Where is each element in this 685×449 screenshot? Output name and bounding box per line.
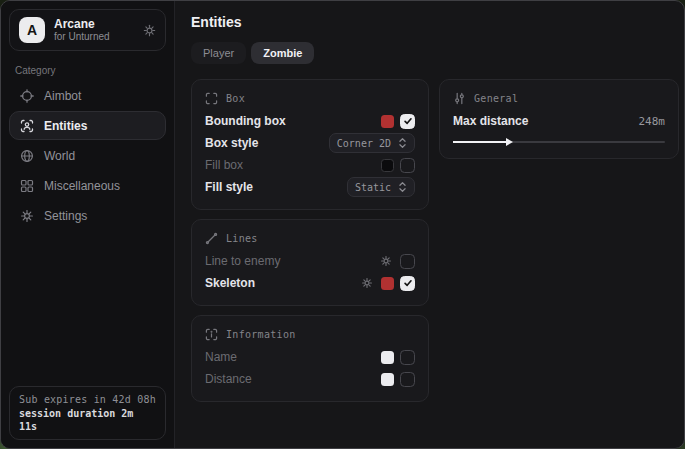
row-settings-gear-icon[interactable] [361, 277, 373, 289]
brand-text: Arcane for Unturned [54, 17, 110, 43]
information-card: Information Name Distance [191, 315, 429, 402]
subscription-status-card: Sub expires in 42d 08h session duration … [9, 386, 166, 440]
distance-checkbox[interactable] [400, 372, 415, 387]
sidebar-item-label: Settings [44, 209, 87, 223]
sidebar-item-label: Entities [44, 119, 87, 133]
sidebar-item-settings[interactable]: Settings [9, 201, 166, 230]
bounding-box-checkbox[interactable] [400, 114, 415, 129]
sidebar-item-miscellaneous[interactable]: Miscellaneous [9, 171, 166, 200]
name-checkbox[interactable] [400, 350, 415, 365]
app-logo: A [19, 17, 45, 43]
scan-brackets-icon [205, 92, 218, 105]
card-title: Lines [226, 233, 258, 244]
sidebar-nav: Aimbot Entities [9, 81, 166, 230]
main-panel: Entities Player Zombie [175, 1, 685, 448]
color-swatch[interactable] [381, 159, 394, 172]
page-title: Entities [191, 14, 679, 30]
sliders-icon [453, 92, 466, 105]
setting-label: Box style [205, 136, 258, 150]
setting-row-bounding-box: Bounding box [205, 110, 415, 132]
grid-icon [20, 179, 34, 193]
setting-row-box-style: Box style Corner 2D [205, 132, 415, 154]
setting-label: Distance [205, 372, 252, 386]
app-window: A Arcane for Unturned Category [0, 0, 685, 449]
setting-row-line-to-enemy: Line to enemy [205, 250, 415, 272]
entities-icon [20, 119, 34, 133]
skeleton-checkbox[interactable] [400, 276, 415, 291]
setting-row-max-distance: Max distance 248m [453, 110, 665, 132]
app-subtitle: for Unturned [54, 31, 110, 43]
setting-label: Fill style [205, 180, 253, 194]
setting-row-name: Name [205, 346, 415, 368]
app-name: Arcane [54, 17, 110, 31]
dropdown-value: Corner 2D [337, 138, 391, 149]
setting-label: Line to enemy [205, 254, 280, 268]
session-duration-text: session duration 2m 11s [19, 407, 156, 433]
setting-row-fill-box: Fill box [205, 154, 415, 176]
tab-zombie[interactable]: Zombie [251, 42, 314, 64]
setting-row-skeleton: Skeleton [205, 272, 415, 294]
sidebar-item-label: World [44, 149, 75, 163]
content-area: Box Bounding box Box style [191, 79, 679, 402]
color-swatch[interactable] [381, 373, 394, 386]
category-label: Category [15, 65, 160, 76]
setting-row-distance: Distance [205, 368, 415, 390]
setting-label: Max distance [453, 114, 528, 128]
max-distance-value: 248m [639, 115, 666, 128]
max-distance-slider[interactable] [453, 137, 665, 147]
general-card: General Max distance 248m [439, 79, 679, 159]
row-settings-gear-icon[interactable] [380, 255, 392, 267]
card-title: General [474, 93, 518, 104]
color-swatch[interactable] [381, 351, 394, 364]
line-to-enemy-checkbox[interactable] [400, 254, 415, 269]
card-title: Information [226, 329, 296, 340]
tab-player[interactable]: Player [191, 42, 246, 64]
setting-label: Bounding box [205, 114, 286, 128]
unfold-icon [398, 137, 407, 149]
sidebar: A Arcane for Unturned Category [1, 1, 175, 448]
sidebar-item-label: Miscellaneous [44, 179, 120, 193]
card-title: Box [226, 93, 245, 104]
sidebar-item-world[interactable]: World [9, 141, 166, 170]
lines-card: Lines Line to enemy [191, 219, 429, 306]
crosshair-icon [20, 89, 34, 103]
brand-card: A Arcane for Unturned [9, 9, 166, 51]
fill-style-dropdown[interactable]: Static [347, 177, 415, 197]
setting-label: Fill box [205, 158, 243, 172]
sidebar-item-label: Aimbot [44, 89, 81, 103]
dropdown-value: Static [355, 182, 391, 193]
sidebar-item-aimbot[interactable]: Aimbot [9, 81, 166, 110]
info-scan-icon [205, 328, 218, 341]
sidebar-item-entities[interactable]: Entities [9, 111, 166, 140]
fill-box-checkbox[interactable] [400, 158, 415, 173]
slider-fill-thumb[interactable] [453, 141, 506, 143]
setting-label: Name [205, 350, 237, 364]
sub-expiry-text: Sub expires in 42d 08h [19, 393, 156, 407]
globe-icon [20, 149, 34, 163]
setting-row-fill-style: Fill style Static [205, 176, 415, 198]
setting-label: Skeleton [205, 276, 255, 290]
color-swatch[interactable] [381, 115, 394, 128]
sync-icon[interactable] [143, 24, 156, 37]
diagonal-line-icon [205, 232, 218, 245]
gear-icon [20, 209, 34, 223]
box-card: Box Bounding box Box style [191, 79, 429, 210]
unfold-icon [398, 181, 407, 193]
color-swatch[interactable] [381, 277, 394, 290]
box-style-dropdown[interactable]: Corner 2D [329, 133, 415, 153]
entity-tabs: Player Zombie [191, 42, 679, 64]
